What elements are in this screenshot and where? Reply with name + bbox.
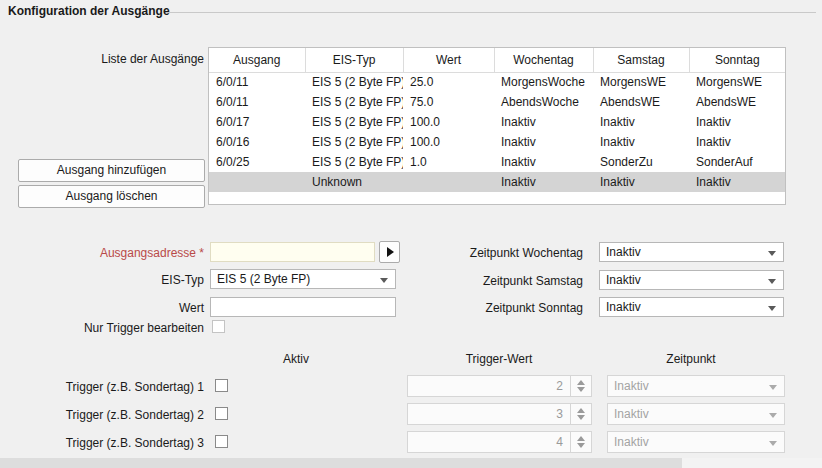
col-header-sonntag[interactable]: Sonntag	[689, 48, 785, 72]
add-output-button[interactable]: Ausgang hinzufügen	[18, 159, 205, 182]
wert-input[interactable]	[210, 297, 396, 317]
spin-up-icon	[577, 408, 585, 413]
trigger-col-aktiv: Aktiv	[246, 352, 346, 367]
eis-typ-dropdown[interactable]: EIS 5 (2 Byte FP)	[210, 269, 396, 289]
col-header-eis-typ[interactable]: EIS-Typ	[305, 48, 403, 72]
trigger-3-aktiv-checkbox[interactable]	[215, 435, 228, 448]
zeitpunkt-wochentag-dropdown[interactable]: Inaktiv	[599, 242, 784, 262]
trigger-3-label: Trigger (z.B. Sondertag) 3	[0, 436, 204, 451]
spin-up-icon	[577, 380, 585, 385]
trigger-1-wert-value: 2	[556, 376, 563, 396]
zeitpunkt-wochentag-value: Inaktiv	[606, 245, 641, 259]
table-header-row: Ausgang EIS-Typ Wert Wochentag Samstag S…	[209, 48, 785, 72]
table-row[interactable]: 6/0/17EIS 5 (2 Byte FP)100.0InaktivInakt…	[209, 112, 785, 132]
zeitpunkt-wochentag-label: Zeitpunkt Wochentag	[380, 246, 583, 261]
col-header-ausgang[interactable]: Ausgang	[209, 48, 305, 72]
trigger-1-zeitpunkt-dropdown: Inaktiv	[607, 375, 785, 397]
chevron-down-icon	[768, 306, 776, 311]
zeitpunkt-samstag-value: Inaktiv	[606, 273, 641, 287]
trigger-only-label: Nur Trigger bearbeiten	[0, 321, 204, 336]
delete-output-button[interactable]: Ausgang löschen	[18, 185, 205, 208]
table-row-selected[interactable]: UnknownInaktivInaktivInaktiv	[209, 172, 785, 192]
spin-down-icon	[577, 387, 585, 392]
table-row[interactable]: 6/0/25EIS 5 (2 Byte FP)1.0InaktivSonderZ…	[209, 152, 785, 172]
trigger-3-wert-value: 4	[556, 432, 563, 452]
table-row[interactable]: 6/0/16EIS 5 (2 Byte FP)100.0InaktivInakt…	[209, 132, 785, 152]
trigger-2-aktiv-checkbox[interactable]	[215, 407, 228, 420]
group-title: Konfiguration der Ausgänge	[8, 4, 170, 18]
spin-down-icon	[577, 443, 585, 448]
chevron-down-icon	[769, 385, 777, 390]
col-header-wochentag[interactable]: Wochentag	[494, 48, 593, 72]
spin-down-icon	[577, 415, 585, 420]
eis-typ-value: EIS 5 (2 Byte FP)	[217, 272, 310, 286]
output-address-label: Ausgangsadresse *	[0, 246, 204, 261]
chevron-down-icon	[769, 441, 777, 446]
trigger-1-zeitpunkt-value: Inaktiv	[614, 379, 649, 393]
trigger-3-zeitpunkt-value: Inaktiv	[614, 435, 649, 449]
trigger-1-label: Trigger (z.B. Sondertag) 1	[0, 380, 204, 395]
zeitpunkt-sonntag-dropdown[interactable]: Inaktiv	[599, 297, 784, 317]
trigger-2-wert-spinner: 3	[407, 403, 592, 425]
trigger-3-wert-spinner: 4	[407, 431, 592, 453]
table-row[interactable]: 6/0/11EIS 5 (2 Byte FP)75.0AbendsWocheAb…	[209, 92, 785, 112]
chevron-down-icon	[768, 279, 776, 284]
outputs-table: Ausgang EIS-Typ Wert Wochentag Samstag S…	[208, 47, 786, 205]
trigger-3-zeitpunkt-dropdown: Inaktiv	[607, 431, 785, 453]
table-row[interactable]: 6/0/11EIS 5 (2 Byte FP)25.0MorgensWocheM…	[209, 72, 785, 92]
group-divider	[166, 12, 816, 13]
trigger-2-wert-value: 3	[556, 404, 563, 424]
chevron-down-icon	[769, 413, 777, 418]
scrollbar-thumb[interactable]	[0, 458, 682, 468]
horizontal-scrollbar[interactable]	[0, 458, 822, 468]
zeitpunkt-sonntag-value: Inaktiv	[606, 300, 641, 314]
trigger-col-wert: Trigger-Wert	[424, 352, 574, 367]
output-address-input[interactable]	[210, 242, 375, 262]
trigger-1-aktiv-checkbox[interactable]	[215, 379, 228, 392]
list-label: Liste der Ausgänge	[0, 52, 204, 67]
trigger-2-zeitpunkt-dropdown: Inaktiv	[607, 403, 785, 425]
trigger-only-checkbox[interactable]	[212, 320, 225, 333]
zeitpunkt-samstag-dropdown[interactable]: Inaktiv	[599, 270, 784, 290]
col-header-samstag[interactable]: Samstag	[593, 48, 689, 72]
zeitpunkt-sonntag-label: Zeitpunkt Sonntag	[380, 301, 583, 316]
eis-typ-label: EIS-Typ	[0, 273, 204, 288]
trigger-2-label: Trigger (z.B. Sondertag) 2	[0, 408, 204, 423]
trigger-1-wert-spinner: 2	[407, 375, 592, 397]
chevron-down-icon	[768, 251, 776, 256]
col-header-wert[interactable]: Wert	[403, 48, 494, 72]
trigger-2-zeitpunkt-value: Inaktiv	[614, 407, 649, 421]
wert-label: Wert	[0, 301, 204, 316]
zeitpunkt-samstag-label: Zeitpunkt Samstag	[380, 274, 583, 289]
spin-up-icon	[577, 436, 585, 441]
trigger-col-zeitpunkt: Zeitpunkt	[616, 352, 766, 367]
